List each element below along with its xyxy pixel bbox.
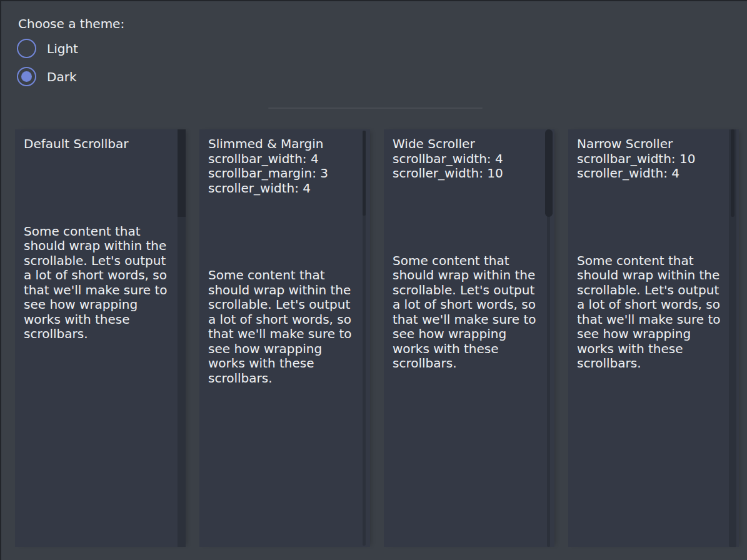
text-line: see how wrapping bbox=[577, 327, 725, 342]
text-line: works with these bbox=[208, 356, 356, 371]
panel-header: Narrow Scroller scrollbar_width: 10scrol… bbox=[577, 137, 725, 181]
text-line: see how wrapping bbox=[393, 327, 541, 342]
text-line: that we'll make sure to bbox=[208, 327, 356, 342]
panel-title: Default Scrollbar bbox=[24, 137, 172, 152]
text-line: should wrap within the bbox=[393, 268, 541, 283]
text-line: should wrap within the bbox=[577, 268, 725, 283]
text-line: scrollable. Let's output bbox=[24, 254, 172, 269]
radio-light-icon[interactable] bbox=[17, 39, 36, 58]
scrollbar-thumb[interactable] bbox=[545, 129, 553, 217]
radio-option-dark[interactable]: Dark bbox=[17, 67, 76, 86]
text-line: that we'll make sure to bbox=[577, 312, 725, 328]
text-line: works with these bbox=[24, 312, 172, 328]
radio-dark-icon[interactable] bbox=[17, 67, 36, 86]
text-line: scroller_width: 10 bbox=[393, 166, 541, 181]
text-line: a lot of short words, so bbox=[577, 298, 725, 312]
radio-option-light[interactable]: Light bbox=[17, 39, 78, 58]
text-line: a lot of short words, so bbox=[24, 268, 172, 283]
panel-title: Narrow Scroller bbox=[577, 137, 725, 152]
scrollbar-thumb[interactable] bbox=[178, 129, 186, 217]
text-line: see how wrapping bbox=[24, 298, 172, 312]
text-line: scrollable. Let's output bbox=[393, 283, 541, 298]
panel-content: Some content thatshould wrap within thes… bbox=[24, 224, 172, 342]
text-line: should wrap within the bbox=[208, 283, 356, 298]
panel-header: Wide Scroller scrollbar_width: 4scroller… bbox=[393, 137, 541, 181]
text-line: scrollbar_margin: 3 bbox=[208, 166, 356, 181]
panel-wide-scroller[interactable]: Wide Scroller scrollbar_width: 4scroller… bbox=[384, 129, 554, 547]
text-line: scrollable. Let's output bbox=[577, 283, 725, 298]
scrollable-panels-row: Default Scrollbar Some content thatshoul… bbox=[15, 129, 739, 547]
text-line: see how wrapping bbox=[208, 342, 356, 357]
radio-light-label: Light bbox=[47, 41, 78, 56]
radio-dark-label: Dark bbox=[47, 69, 76, 84]
panel-title: Slimmed & Margin bbox=[208, 137, 356, 152]
horizontal-divider bbox=[268, 108, 483, 109]
panel-content: Some content thatshould wrap within thes… bbox=[393, 254, 541, 371]
text-line: scrollbar_width: 4 bbox=[208, 152, 356, 167]
text-line: Some content that bbox=[208, 268, 356, 283]
panel-header: Slimmed & Margin scrollbar_width: 4scrol… bbox=[208, 137, 356, 196]
text-line: Some content that bbox=[24, 224, 172, 239]
text-line: works with these bbox=[393, 342, 541, 357]
text-line: scrollbar_width: 10 bbox=[577, 152, 725, 167]
text-line: scrollbars. bbox=[208, 371, 356, 386]
text-line: scroller_width: 4 bbox=[577, 166, 725, 181]
text-line: a lot of short words, so bbox=[208, 312, 356, 328]
text-line: scrollbars. bbox=[577, 356, 725, 371]
panel-slimmed-margin[interactable]: Slimmed & Margin scrollbar_width: 4scrol… bbox=[199, 129, 370, 547]
panel-content: Some content thatshould wrap within thes… bbox=[208, 268, 356, 386]
text-line: should wrap within the bbox=[24, 239, 172, 254]
scrollbar-thumb[interactable] bbox=[363, 131, 366, 216]
text-line: works with these bbox=[577, 342, 725, 357]
panel-title: Wide Scroller bbox=[393, 137, 541, 152]
text-line: Some content that bbox=[577, 254, 725, 269]
text-line: a lot of short words, so bbox=[393, 298, 541, 312]
text-line: scroller_width: 4 bbox=[208, 181, 356, 196]
panel-default-scrollbar[interactable]: Default Scrollbar Some content thatshoul… bbox=[15, 129, 186, 547]
theme-chooser-label: Choose a theme: bbox=[18, 16, 124, 31]
text-line: scrollbars. bbox=[24, 327, 172, 342]
text-line: that we'll make sure to bbox=[393, 312, 541, 328]
text-line: Some content that bbox=[393, 254, 541, 269]
text-line: that we'll make sure to bbox=[24, 283, 172, 298]
text-line: scrollbar_width: 4 bbox=[393, 152, 541, 167]
text-line: scrollbars. bbox=[393, 356, 541, 371]
panel-content: Some content thatshould wrap within thes… bbox=[577, 254, 725, 371]
panel-narrow-scroller[interactable]: Narrow Scroller scrollbar_width: 10scrol… bbox=[568, 129, 739, 547]
app-window: Choose a theme: Light Dark Default Scrol… bbox=[0, 0, 747, 560]
scrollbar-thumb[interactable] bbox=[731, 129, 734, 217]
panel-header: Default Scrollbar bbox=[24, 137, 172, 152]
text-line: scrollable. Let's output bbox=[208, 298, 356, 312]
